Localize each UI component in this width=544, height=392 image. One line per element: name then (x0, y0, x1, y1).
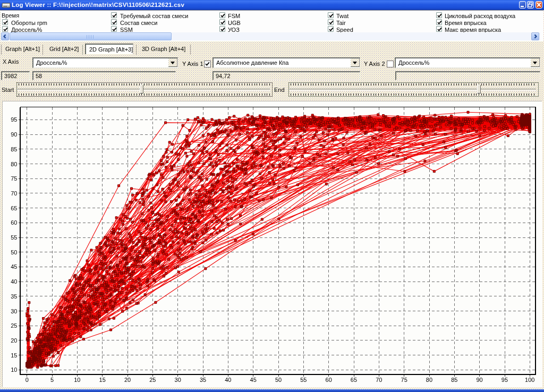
svg-text:75: 75 (401, 377, 407, 383)
svg-text:85: 85 (451, 377, 457, 383)
svg-text:90: 90 (477, 377, 483, 383)
svg-text:45: 45 (250, 377, 257, 383)
svg-text:50: 50 (275, 377, 282, 383)
svg-text:60: 60 (11, 219, 17, 226)
svg-text:50: 50 (11, 249, 17, 255)
svg-text:95: 95 (11, 116, 17, 123)
svg-text:30: 30 (175, 377, 181, 383)
svg-text:0: 0 (26, 377, 29, 383)
svg-text:70: 70 (11, 190, 17, 197)
svg-text:100: 100 (525, 377, 534, 383)
svg-text:55: 55 (300, 377, 307, 383)
svg-text:80: 80 (426, 377, 432, 383)
svg-text:10: 10 (11, 367, 17, 373)
svg-text:70: 70 (376, 377, 382, 383)
svg-text:60: 60 (326, 377, 332, 383)
svg-text:55: 55 (11, 234, 17, 241)
svg-text:25: 25 (11, 322, 17, 329)
svg-text:75: 75 (11, 175, 17, 182)
svg-text:5: 5 (50, 377, 54, 383)
svg-text:95: 95 (502, 377, 508, 383)
svg-text:10: 10 (74, 377, 80, 383)
svg-text:45: 45 (11, 263, 17, 270)
svg-text:25: 25 (149, 377, 156, 383)
svg-text:35: 35 (11, 293, 17, 300)
svg-text:15: 15 (99, 377, 106, 383)
svg-text:40: 40 (11, 278, 17, 285)
svg-text:20: 20 (11, 337, 17, 344)
svg-text:35: 35 (200, 377, 206, 383)
svg-text:65: 65 (11, 205, 17, 211)
svg-text:20: 20 (124, 377, 131, 383)
svg-text:40: 40 (225, 377, 231, 383)
svg-text:65: 65 (351, 377, 357, 383)
svg-text:30: 30 (11, 308, 17, 314)
svg-text:85: 85 (11, 146, 17, 152)
svg-text:15: 15 (11, 352, 17, 359)
svg-text:80: 80 (11, 161, 17, 167)
svg-text:90: 90 (11, 131, 17, 138)
